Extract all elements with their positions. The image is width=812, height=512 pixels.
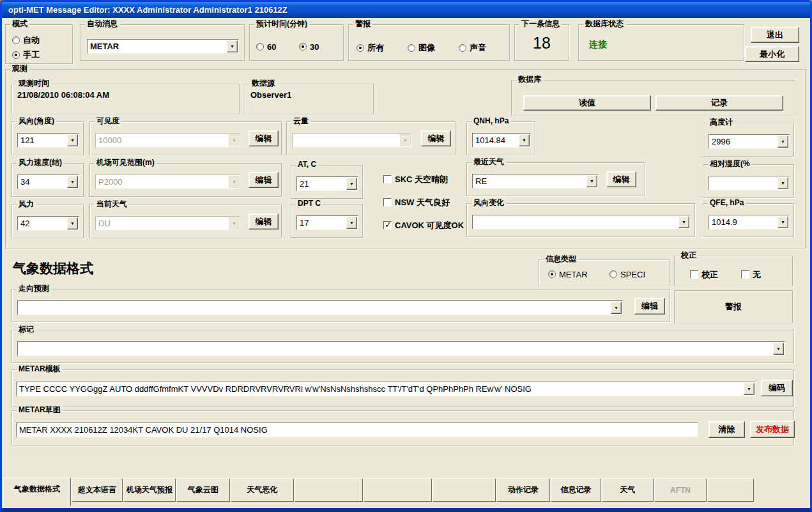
auto-message-combobox[interactable]: METAR [87,39,239,54]
dewpoint-group: DPT C 17 [291,204,363,238]
humidity-combobox[interactable] [709,176,790,190]
expected-time-30-radio[interactable]: 30 [299,42,319,52]
radio-selected-icon[interactable] [12,51,20,59]
publish-data-button[interactable]: 发布数据 [750,421,795,438]
radio-selected-icon[interactable] [299,43,307,50]
nsw-checkbox[interactable]: NSW 天气良好 [383,196,450,208]
dewpoint-label: DPT C [296,199,323,208]
present-weather-label: 当前天气 [95,199,129,208]
present-weather-group: 当前天气 DU 编辑 [89,205,282,238]
expected-time-60-radio[interactable]: 60 [256,42,276,52]
checkbox-checked-icon[interactable] [383,221,392,229]
alarm-sound-radio[interactable]: 声音 [459,42,486,54]
tab-empty-3[interactable] [433,478,496,502]
visibility-edit-button[interactable]: 编辑 [249,130,279,146]
radio-icon[interactable] [609,270,617,278]
dropdown-arrow-icon[interactable] [346,217,357,229]
radio-icon[interactable] [408,44,415,52]
tab-empty-1[interactable] [295,478,363,502]
speci-radio[interactable]: SPECI [609,269,645,279]
alarm-image-radio[interactable]: 图像 [408,42,435,54]
dropdown-arrow-icon[interactable] [678,216,689,228]
metar-template-value: TYPE CCCC YYGGggZ AUTO dddffGfmfmKT VVVV… [17,382,743,396]
dropdown-arrow-icon[interactable] [67,134,78,146]
checkbox-icon[interactable] [690,270,698,279]
mode-auto-radio[interactable]: 自动 [12,34,40,46]
radio-icon[interactable] [459,44,466,52]
checkbox-icon[interactable] [741,270,749,279]
trend-edit-button[interactable]: 编辑 [634,298,665,314]
tab-action-log[interactable]: 动作记录 [496,478,550,502]
dropdown-arrow-icon[interactable] [519,134,530,146]
tab-message-log[interactable]: 信息记录 [551,478,601,502]
radio-icon[interactable] [256,43,264,50]
tab-html[interactable]: 超文本语言 [72,478,123,502]
recent-weather-combobox[interactable]: RE [472,174,599,189]
dropdown-arrow-icon[interactable] [611,302,622,314]
tab-weather[interactable]: 天气 [602,478,654,502]
metar-radio[interactable]: METAR [548,269,588,279]
recent-weather-edit-button[interactable]: 编辑 [606,171,636,187]
remark-combobox[interactable] [17,341,785,356]
tab-empty-4[interactable] [707,478,754,502]
trend-combobox[interactable] [17,300,623,315]
wind-variation-group: 风向变化 [466,203,695,237]
nsw-label: NSW 天气良好 [395,196,450,208]
dropdown-arrow-icon[interactable] [778,136,788,148]
radio-selected-icon[interactable] [548,270,556,278]
alarm-all-radio[interactable]: 所有 [356,42,384,54]
exit-button[interactable]: 退出 [751,27,799,43]
air-temp-combobox[interactable]: 21 [296,176,358,191]
dropdown-arrow-icon[interactable] [778,177,788,189]
correction-checkbox[interactable]: 校正 [690,268,718,281]
database-read-button[interactable]: 读值 [523,95,651,111]
dropdown-arrow-icon[interactable] [67,176,78,188]
cloud-edit-button[interactable]: 编辑 [421,130,451,146]
database-record-button[interactable]: 记录 [655,95,783,111]
tab-metar-format[interactable]: 气象数据格式 [3,477,71,506]
wind-speed-combobox[interactable]: 34 [17,175,79,189]
metar-draft-group: METAR草图 清除 发布数据 [11,410,794,446]
clear-button[interactable]: 清除 [709,421,745,438]
dropdown-arrow-icon[interactable] [67,217,78,229]
altimeter-value: 2996 [709,135,777,148]
altimeter-combobox[interactable]: 2996 [709,134,790,149]
dropdown-arrow-icon[interactable] [778,216,788,228]
dropdown-arrow-icon[interactable] [773,343,784,355]
dropdown-arrow-icon[interactable] [586,175,597,187]
dropdown-arrow-icon[interactable] [227,40,238,52]
checkbox-icon[interactable] [383,198,392,206]
alarm-button[interactable]: 警报 [674,290,793,323]
correction-label: 校正 [701,268,718,281]
skc-checkbox[interactable]: SKC 天空晴朗 [383,173,448,185]
encode-button[interactable]: 编码 [761,380,793,396]
none-checkbox[interactable]: 无 [741,268,761,281]
wind-variation-combobox[interactable] [472,215,691,229]
message-type-label: 信息类型 [544,254,578,263]
rvr-label: 机场可见范围(m) [95,158,157,167]
metar-draft-input[interactable] [16,423,698,437]
dewpoint-combobox[interactable]: 17 [296,215,358,230]
wind-direction-group: 风向(角度) 121 [11,121,84,155]
next-message-group: 下一条信息 18 [514,24,569,61]
radio-icon[interactable] [12,36,20,44]
tab-satellite-image[interactable]: 气象云图 [176,478,230,502]
radio-selected-icon[interactable] [356,44,364,52]
checkbox-icon[interactable] [383,175,392,183]
mode-manual-radio[interactable]: 手工 [12,49,40,61]
rvr-edit-button[interactable]: 编辑 [249,172,279,188]
present-weather-edit-button[interactable]: 编辑 [249,213,279,229]
mode-group: 模式 自动 手工 [5,24,73,64]
dropdown-arrow-icon[interactable] [744,383,755,395]
wind-direction-combobox[interactable]: 121 [17,133,79,148]
qnh-combobox[interactable]: 1014.84 [472,133,531,148]
cavok-checkbox[interactable]: CAVOK 可见度OK [383,219,464,231]
minimize-button[interactable]: 最小化 [745,46,799,62]
qfe-combobox[interactable]: 1014.9 [709,215,790,229]
gust-combobox[interactable]: 42 [17,216,79,231]
tab-empty-2[interactable] [364,478,432,502]
tab-weather-deterioration[interactable]: 天气恶化 [231,478,294,502]
tab-airport-forecast[interactable]: 机场天气预报 [123,478,176,502]
metar-template-combobox[interactable]: TYPE CCCC YYGGggZ AUTO dddffGfmfmKT VVVV… [16,382,756,396]
dropdown-arrow-icon[interactable] [346,178,357,190]
